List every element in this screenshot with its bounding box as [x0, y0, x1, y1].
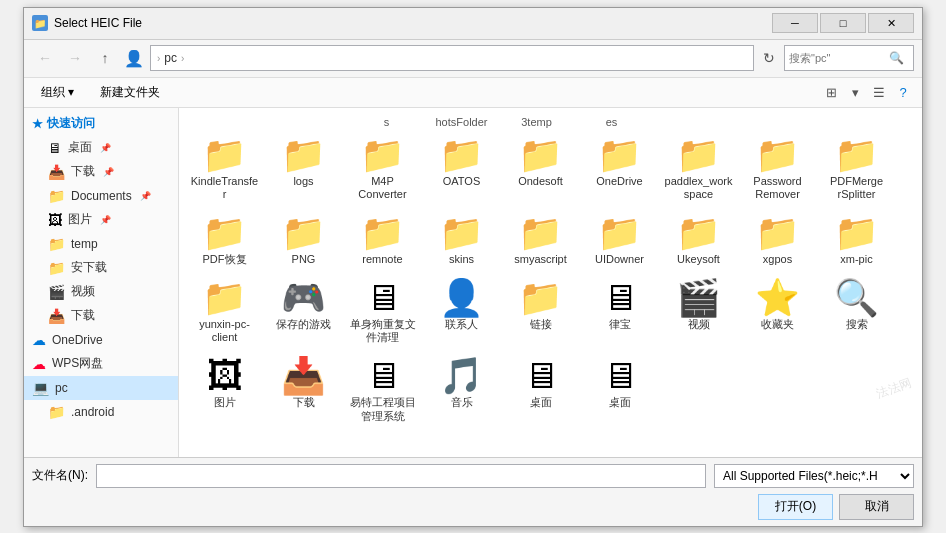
file-item-pictures-folder[interactable]: 🖼 图片	[187, 353, 262, 427]
file-item-video-folder[interactable]: 🎬 视频	[661, 275, 736, 349]
sidebar-item-wps[interactable]: ☁ WPS网盘	[24, 352, 178, 376]
file-item-png[interactable]: 📁 PNG	[266, 210, 341, 271]
file-item-password-remover[interactable]: 📁 Password Remover	[740, 132, 815, 206]
folder-icon-pictures: 🖼	[207, 358, 243, 394]
window-controls: ─ □ ✕	[772, 13, 914, 33]
file-item-search[interactable]: 🔍 搜索	[819, 275, 894, 349]
address-bar[interactable]: › pc ›	[150, 45, 754, 71]
file-item-pdfmerge[interactable]: 📁 PDFMerge rSplitter	[819, 132, 894, 206]
organize-button[interactable]: 组织 ▾	[32, 81, 83, 103]
file-item-onedrive[interactable]: 📁 OneDrive	[582, 132, 657, 206]
file-name-search: 搜索	[846, 318, 868, 331]
sidebar-item-onedrive[interactable]: ☁ OneDrive	[24, 328, 178, 352]
back-button[interactable]: ←	[32, 46, 58, 70]
download-icon: 📥	[48, 164, 65, 180]
file-name-pdfhf: PDF恢复	[203, 253, 247, 266]
file-item-lbao[interactable]: 🖥 律宝	[582, 275, 657, 349]
pin-icon4: 📌	[100, 215, 111, 225]
new-folder-button[interactable]: 新建文件夹	[91, 81, 169, 103]
sidebar-item-pictures[interactable]: 🖼 图片 📌	[24, 208, 178, 232]
refresh-button[interactable]: ↻	[758, 46, 780, 70]
file-item-kindletransfer[interactable]: 📁 KindleTransfer	[187, 132, 262, 206]
top-label-3temp: 3temp	[499, 116, 574, 128]
filetype-select[interactable]: All Supported Files(*.heic;*.H	[714, 464, 914, 488]
file-item-m4p[interactable]: 📁 M4P Converter	[345, 132, 420, 206]
folder-icon-remnote: 📁	[360, 215, 405, 251]
file-item-contacts[interactable]: 👤 联系人	[424, 275, 499, 349]
file-item-pdfhf[interactable]: 📁 PDF恢复	[187, 210, 262, 271]
filename-input[interactable]	[96, 464, 706, 488]
quick-access-header[interactable]: ★ 快速访问	[24, 112, 178, 136]
sidebar-item-temp[interactable]: 📁 temp	[24, 232, 178, 256]
android-icon: 📁	[48, 404, 65, 420]
file-item-xmpic[interactable]: 📁 xm-pic	[819, 210, 894, 271]
files-grid: 📁 KindleTransfer 📁 logs 📁 M4P Converter …	[187, 132, 914, 428]
file-item-desktop2[interactable]: 🖥 桌面	[582, 353, 657, 427]
temp-label: temp	[71, 237, 98, 251]
folder-icon-smyascript: 📁	[518, 215, 563, 251]
up-button[interactable]: ↑	[92, 46, 118, 70]
file-item-savedgames[interactable]: 🎮 保存的游戏	[266, 275, 341, 349]
maximize-button[interactable]: □	[820, 13, 866, 33]
video-icon: 🎬	[48, 284, 65, 300]
file-item-skins[interactable]: 📁 skins	[424, 210, 499, 271]
file-item-desktop1[interactable]: 🖥 桌面	[503, 353, 578, 427]
view-grid-button[interactable]: ⊞	[820, 81, 842, 103]
address-toolbar: ← → ↑ 👤 › pc › ↻ 🔍	[24, 40, 922, 78]
sidebar-item-pc[interactable]: 💻 pc	[24, 376, 178, 400]
file-item-paddlex[interactable]: 📁 paddlex_workspace	[661, 132, 736, 206]
file-item-logs[interactable]: 📁 logs	[266, 132, 341, 206]
minimize-button[interactable]: ─	[772, 13, 818, 33]
folder-icon-onedrive: 📁	[597, 137, 642, 173]
file-item-smyascript[interactable]: 📁 smyascript	[503, 210, 578, 271]
file-item-downloads-folder[interactable]: 📥 下载	[266, 353, 341, 427]
breadcrumb-pc[interactable]: pc	[164, 51, 177, 65]
main-area: s hotsFolder 3temp es 📁 KindleTransfer 📁…	[179, 108, 922, 457]
sidebar-item-documents[interactable]: 📁 Documents 📌	[24, 184, 178, 208]
forward-button[interactable]: →	[62, 46, 88, 70]
sidebar-item-download[interactable]: 📥 下载 📌	[24, 160, 178, 184]
sidebar-item-android[interactable]: 📁 .android	[24, 400, 178, 424]
file-item-links[interactable]: 📁 链接	[503, 275, 578, 349]
sidebar-item-desktop[interactable]: 🖥 桌面 📌	[24, 136, 178, 160]
file-item-uidowner[interactable]: 📁 UIDowner	[582, 210, 657, 271]
file-item-yunxin[interactable]: 📁 yunxin-pc-client	[187, 275, 262, 349]
pc-label: pc	[55, 381, 68, 395]
pictures-icon: 🖼	[48, 212, 62, 228]
filename-row: 文件名(N): All Supported Files(*.heic;*.H	[32, 464, 914, 488]
file-name-smyascript: smyascript	[514, 253, 567, 266]
file-name-links: 链接	[530, 318, 552, 331]
sidebar-item-video[interactable]: 🎬 视频	[24, 280, 178, 304]
file-name-contacts: 联系人	[445, 318, 478, 331]
file-name-m4p: M4P Converter	[348, 175, 417, 201]
file-item-danshen[interactable]: 🖥 单身狗重复文件清理	[345, 275, 420, 349]
file-item-favorites[interactable]: ⭐ 收藏夹	[740, 275, 815, 349]
content-area: ★ 快速访问 🖥 桌面 📌 📥 下载 📌 📁 Documents 📌 🖼 图片	[24, 108, 922, 457]
file-item-xgpos[interactable]: 📁 xgpos	[740, 210, 815, 271]
folder-icon-logs: 📁	[281, 137, 326, 173]
sidebar-item-download2[interactable]: 📥 下载	[24, 304, 178, 328]
view-list-button[interactable]: ☰	[868, 81, 890, 103]
file-name-xmpic: xm-pic	[840, 253, 872, 266]
view-dropdown-button[interactable]: ▾	[844, 81, 866, 103]
folder-icon-kindletransfer: 📁	[202, 137, 247, 173]
pictures-label: 图片	[68, 211, 92, 228]
video-label: 视频	[71, 283, 95, 300]
close-button[interactable]: ✕	[868, 13, 914, 33]
onedrive-icon: ☁	[32, 332, 46, 348]
folder-icon-favorites: ⭐	[755, 280, 800, 316]
file-item-yite[interactable]: 🖥 易特工程项目管理系统	[345, 353, 420, 427]
search-input[interactable]	[789, 52, 889, 64]
file-item-oatos[interactable]: 📁 OATOS	[424, 132, 499, 206]
cancel-button[interactable]: 取消	[839, 494, 914, 520]
file-item-music[interactable]: 🎵 音乐	[424, 353, 499, 427]
sidebar-item-andownload[interactable]: 📁 安下载	[24, 256, 178, 280]
download2-label: 下载	[71, 307, 95, 324]
file-item-ondesoft[interactable]: 📁 Ondesoft	[503, 132, 578, 206]
file-item-remnote[interactable]: 📁 remnote	[345, 210, 420, 271]
open-button[interactable]: 打开(O)	[758, 494, 833, 520]
dialog-title: Select HEIC File	[54, 16, 772, 30]
help-button[interactable]: ?	[892, 81, 914, 103]
file-item-ukeysoft[interactable]: 📁 Ukeysoft	[661, 210, 736, 271]
pin-icon: 📌	[100, 143, 111, 153]
